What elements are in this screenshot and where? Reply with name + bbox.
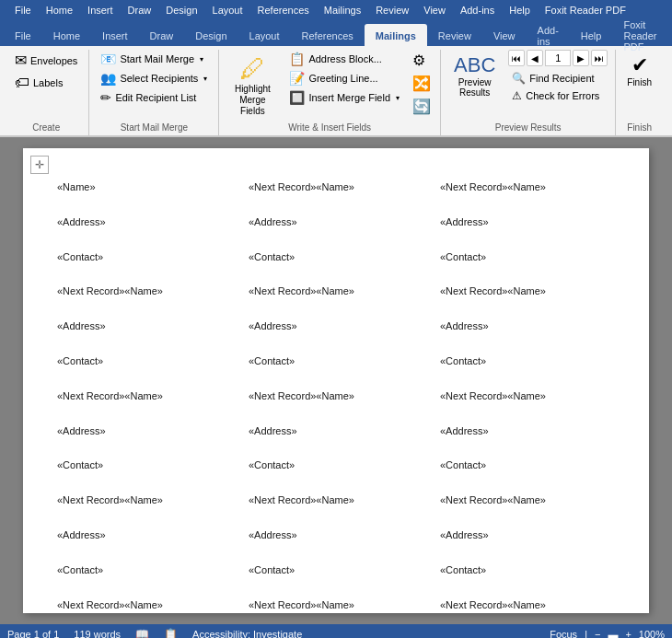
select-recipients-button[interactable]: 👥 Select Recipients ▾ xyxy=(97,69,211,87)
merge-field: «Next Record»«Name» xyxy=(440,492,615,510)
prev-record-button[interactable]: ◀ xyxy=(527,50,543,66)
merge-field: «Address» xyxy=(440,214,615,232)
tab-review[interactable]: Review xyxy=(427,24,482,46)
label-cell: «Next Record»«Name» xyxy=(432,278,623,313)
accessibility-info: Accessibility: Investigate xyxy=(192,629,302,638)
tab-foxit[interactable]: Foxit Reader PDF xyxy=(612,24,668,46)
label-cell: «Next Record»«Name» xyxy=(49,487,240,522)
merge-field: «Next Record»«Name» xyxy=(57,597,232,615)
label-cell: «Name» xyxy=(49,174,240,209)
label-cell: «Address» xyxy=(432,418,623,453)
match-fields-icon: 🔀 xyxy=(412,75,431,92)
tab-insert[interactable]: Insert xyxy=(91,24,139,46)
focus-label[interactable]: Focus xyxy=(550,629,577,638)
check-errors-button[interactable]: ⚠ Check for Errors xyxy=(508,87,608,104)
label-cell: «Next Record»«Name» xyxy=(240,592,432,624)
menu-view[interactable]: View xyxy=(416,3,453,17)
menu-insert[interactable]: Insert xyxy=(80,3,121,17)
status-bar: Page 1 of 1 119 words 📖 📋 Accessibility:… xyxy=(0,624,672,638)
find-recipient-button[interactable]: 🔍 Find Recipient xyxy=(508,70,608,87)
update-labels-icon: 🔄 xyxy=(412,98,431,115)
menu-review[interactable]: Review xyxy=(368,3,416,17)
menu-draw[interactable]: Draw xyxy=(121,3,159,17)
rules-button[interactable]: ⚙ xyxy=(411,50,433,71)
document-page: ✛ «Name»«Next Record»«Name»«Next Record»… xyxy=(23,148,649,613)
start-mail-merge-button[interactable]: 📧 Start Mail Merge ▾ xyxy=(97,50,211,68)
merge-field: «Address» xyxy=(57,318,232,336)
tab-addins[interactable]: Add-ins xyxy=(527,24,570,46)
label-cell: «Contact» xyxy=(240,557,432,592)
merge-field: «Name» xyxy=(57,179,232,197)
edit-recipient-list-button[interactable]: ✏ Edit Recipient List xyxy=(97,88,211,107)
last-record-button[interactable]: ⏭ xyxy=(591,50,608,66)
menu-addins[interactable]: Add-ins xyxy=(453,3,502,17)
tab-references[interactable]: References xyxy=(291,24,365,46)
tab-help[interactable]: Help xyxy=(570,24,613,46)
zoom-slider[interactable]: ▬ xyxy=(608,629,618,638)
next-record-button[interactable]: ▶ xyxy=(573,50,589,66)
address-block-button[interactable]: 📋 Address Block... xyxy=(285,50,403,68)
label-cell: «Contact» xyxy=(49,557,240,592)
menu-foxit[interactable]: Foxit Reader PDF xyxy=(538,3,633,17)
menu-help[interactable]: Help xyxy=(502,3,538,17)
menu-home[interactable]: Home xyxy=(39,3,80,17)
highlight-merge-fields-button[interactable]: 🖊 HighlightMerge Fields xyxy=(226,50,278,121)
merge-field: «Address» xyxy=(249,214,423,232)
merge-field: «Contact» xyxy=(440,562,615,580)
merge-field: «Next Record»«Name» xyxy=(57,388,232,406)
menu-file[interactable]: File xyxy=(7,3,39,17)
record-number-input[interactable] xyxy=(545,50,571,66)
label-cell: «Address» xyxy=(240,522,432,557)
finish-label: Finish xyxy=(627,77,652,87)
envelopes-button[interactable]: ✉ Envelopes xyxy=(11,50,81,71)
start-mail-merge-arrow: ▾ xyxy=(200,55,203,64)
select-recipients-arrow: ▾ xyxy=(203,75,207,83)
labels-icon: 🏷 xyxy=(15,75,29,91)
tab-design[interactable]: Design xyxy=(184,24,238,46)
merge-field: «Next Record»«Name» xyxy=(249,597,423,615)
tab-home[interactable]: Home xyxy=(42,24,91,46)
tab-view[interactable]: View xyxy=(482,24,527,46)
preview-results-button[interactable]: ABC PreviewResults xyxy=(448,50,501,101)
label-cell: «Contact» xyxy=(49,244,240,279)
menu-mailings[interactable]: Mailings xyxy=(317,3,368,17)
zoom-in-icon[interactable]: + xyxy=(625,629,631,638)
update-labels-button[interactable]: 🔄 xyxy=(411,96,433,117)
first-record-button[interactable]: ⏮ xyxy=(508,50,525,66)
merge-field: «Next Record»«Name» xyxy=(440,388,615,406)
move-handle[interactable]: ✛ xyxy=(30,156,49,174)
merge-field: «Contact» xyxy=(249,562,423,580)
word-count: 119 words xyxy=(74,629,121,638)
menu-layout[interactable]: Layout xyxy=(205,3,250,17)
preview-results-label: PreviewResults xyxy=(458,77,492,98)
tab-mailings[interactable]: Mailings xyxy=(365,24,427,46)
tab-layout[interactable]: Layout xyxy=(238,24,291,46)
merge-field: «Next Record»«Name» xyxy=(57,283,232,301)
greeting-line-label: Greeting Line... xyxy=(308,73,377,84)
match-fields-button[interactable]: 🔀 xyxy=(411,73,433,94)
ribbon-group-create: ✉ Envelopes 🏷 Labels Create xyxy=(4,50,89,135)
merge-field: «Next Record»«Name» xyxy=(57,492,232,510)
insert-field-arrow: ▾ xyxy=(396,94,400,102)
insert-merge-field-button[interactable]: 🔲 Insert Merge Field ▾ xyxy=(285,88,403,107)
menu-design[interactable]: Design xyxy=(158,3,204,17)
zoom-out-icon[interactable]: − xyxy=(595,629,600,638)
finish-group-label: Finish xyxy=(623,121,655,135)
envelopes-label: Envelopes xyxy=(30,55,77,66)
label-cell: «Next Record»«Name» xyxy=(432,383,623,418)
tab-draw[interactable]: Draw xyxy=(139,24,185,46)
preview-group-label: Preview Results xyxy=(448,121,608,135)
recipients-icon: 👥 xyxy=(100,71,116,86)
merge-field: «Next Record»«Name» xyxy=(249,283,423,301)
labels-button[interactable]: 🏷 Labels xyxy=(11,73,81,93)
label-cell: «Address» xyxy=(240,418,432,453)
label-cell: «Contact» xyxy=(240,452,432,487)
tab-file[interactable]: File xyxy=(4,24,42,46)
greeting-line-button[interactable]: 📝 Greeting Line... xyxy=(285,69,403,87)
start-mail-merge-label: Start Mail Merge xyxy=(120,53,194,64)
edit-recipient-list-label: Edit Recipient List xyxy=(115,92,196,103)
merge-field: «Address» xyxy=(57,527,232,545)
menu-references[interactable]: References xyxy=(250,3,317,17)
zoom-level: | xyxy=(585,629,587,638)
label-cell: «Address» xyxy=(240,209,432,244)
